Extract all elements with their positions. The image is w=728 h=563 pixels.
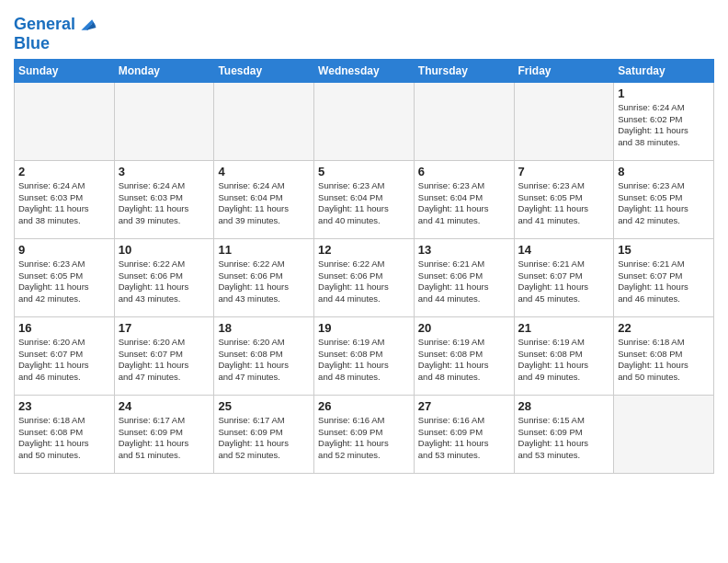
day-cell: 1Sunrise: 6:24 AM Sunset: 6:02 PM Daylig… (614, 82, 714, 160)
weekday-header-friday: Friday (514, 59, 614, 82)
day-cell: 13Sunrise: 6:21 AM Sunset: 6:06 PM Dayli… (414, 238, 514, 316)
day-number: 1 (618, 86, 710, 100)
weekday-header-sunday: Sunday (15, 59, 115, 82)
day-cell: 14Sunrise: 6:21 AM Sunset: 6:07 PM Dayli… (514, 238, 614, 316)
calendar-body: 1Sunrise: 6:24 AM Sunset: 6:02 PM Daylig… (15, 82, 714, 473)
day-info: Sunrise: 6:23 AM Sunset: 6:04 PM Dayligh… (318, 180, 410, 227)
day-number: 6 (418, 165, 510, 178)
day-number: 10 (119, 243, 210, 257)
week-row-1: 2Sunrise: 6:24 AM Sunset: 6:03 PM Daylig… (15, 160, 714, 238)
day-info: Sunrise: 6:22 AM Sunset: 6:06 PM Dayligh… (218, 259, 310, 305)
calendar-table: SundayMondayTuesdayWednesdayThursdayFrid… (14, 59, 714, 474)
day-cell: 12Sunrise: 6:22 AM Sunset: 6:06 PM Dayli… (314, 238, 415, 316)
day-info: Sunrise: 6:16 AM Sunset: 6:09 PM Dayligh… (418, 415, 510, 462)
day-cell: 22Sunrise: 6:18 AM Sunset: 6:08 PM Dayli… (614, 316, 714, 395)
day-info: Sunrise: 6:19 AM Sunset: 6:08 PM Dayligh… (518, 337, 610, 384)
weekday-header-monday: Monday (114, 59, 214, 82)
day-info: Sunrise: 6:21 AM Sunset: 6:07 PM Dayligh… (518, 259, 610, 305)
day-cell: 16Sunrise: 6:20 AM Sunset: 6:07 PM Dayli… (15, 316, 115, 395)
day-number: 25 (218, 399, 310, 413)
day-cell (514, 82, 614, 160)
day-cell: 2Sunrise: 6:24 AM Sunset: 6:03 PM Daylig… (15, 160, 115, 238)
day-info: Sunrise: 6:17 AM Sunset: 6:09 PM Dayligh… (119, 415, 210, 462)
day-number: 14 (518, 243, 610, 257)
day-cell: 10Sunrise: 6:22 AM Sunset: 6:06 PM Dayli… (114, 238, 214, 316)
day-info: Sunrise: 6:24 AM Sunset: 6:02 PM Dayligh… (618, 102, 710, 149)
day-cell: 11Sunrise: 6:22 AM Sunset: 6:06 PM Dayli… (214, 238, 314, 316)
day-number: 16 (18, 321, 110, 335)
day-cell (314, 82, 415, 160)
day-cell (214, 82, 314, 160)
day-cell: 5Sunrise: 6:23 AM Sunset: 6:04 PM Daylig… (314, 160, 415, 238)
day-cell: 6Sunrise: 6:23 AM Sunset: 6:04 PM Daylig… (414, 160, 514, 238)
page: General Blue SundayMondayTuesdayWednesda… (0, 0, 728, 488)
logo-text: General (14, 16, 75, 34)
day-cell: 18Sunrise: 6:20 AM Sunset: 6:08 PM Dayli… (214, 316, 314, 395)
logo-icon (77, 15, 97, 35)
day-info: Sunrise: 6:17 AM Sunset: 6:09 PM Dayligh… (218, 415, 310, 462)
day-info: Sunrise: 6:23 AM Sunset: 6:05 PM Dayligh… (518, 180, 610, 227)
day-info: Sunrise: 6:19 AM Sunset: 6:08 PM Dayligh… (318, 337, 410, 384)
day-cell: 9Sunrise: 6:23 AM Sunset: 6:05 PM Daylig… (15, 238, 115, 316)
day-info: Sunrise: 6:24 AM Sunset: 6:03 PM Dayligh… (119, 180, 210, 227)
logo-text2: Blue (14, 35, 97, 53)
day-info: Sunrise: 6:24 AM Sunset: 6:04 PM Dayligh… (218, 180, 310, 227)
weekday-header-wednesday: Wednesday (314, 59, 415, 82)
day-info: Sunrise: 6:20 AM Sunset: 6:08 PM Dayligh… (218, 337, 310, 384)
day-number: 15 (618, 243, 710, 257)
weekday-row: SundayMondayTuesdayWednesdayThursdayFrid… (15, 59, 714, 82)
day-number: 21 (518, 321, 610, 335)
day-number: 19 (318, 321, 410, 335)
day-cell (614, 395, 714, 473)
week-row-0: 1Sunrise: 6:24 AM Sunset: 6:02 PM Daylig… (15, 82, 714, 160)
day-number: 27 (418, 399, 510, 413)
day-number: 4 (218, 165, 310, 178)
day-number: 20 (418, 321, 510, 335)
day-number: 9 (18, 243, 110, 257)
day-cell: 28Sunrise: 6:15 AM Sunset: 6:09 PM Dayli… (514, 395, 614, 473)
day-info: Sunrise: 6:21 AM Sunset: 6:07 PM Dayligh… (618, 259, 710, 305)
day-cell: 23Sunrise: 6:18 AM Sunset: 6:08 PM Dayli… (15, 395, 115, 473)
day-number: 26 (318, 399, 410, 413)
day-cell: 21Sunrise: 6:19 AM Sunset: 6:08 PM Dayli… (514, 316, 614, 395)
day-info: Sunrise: 6:18 AM Sunset: 6:08 PM Dayligh… (18, 415, 110, 462)
day-cell (414, 82, 514, 160)
day-number: 24 (119, 399, 210, 413)
day-number: 23 (18, 399, 110, 413)
day-number: 8 (618, 165, 710, 178)
day-number: 3 (119, 165, 210, 178)
week-row-2: 9Sunrise: 6:23 AM Sunset: 6:05 PM Daylig… (15, 238, 714, 316)
day-info: Sunrise: 6:15 AM Sunset: 6:09 PM Dayligh… (518, 415, 610, 462)
day-cell: 27Sunrise: 6:16 AM Sunset: 6:09 PM Dayli… (414, 395, 514, 473)
day-cell (114, 82, 214, 160)
week-row-4: 23Sunrise: 6:18 AM Sunset: 6:08 PM Dayli… (15, 395, 714, 473)
day-cell: 4Sunrise: 6:24 AM Sunset: 6:04 PM Daylig… (214, 160, 314, 238)
day-number: 28 (518, 399, 610, 413)
day-cell: 7Sunrise: 6:23 AM Sunset: 6:05 PM Daylig… (514, 160, 614, 238)
day-info: Sunrise: 6:21 AM Sunset: 6:06 PM Dayligh… (418, 259, 510, 305)
day-info: Sunrise: 6:23 AM Sunset: 6:05 PM Dayligh… (18, 259, 110, 305)
day-number: 7 (518, 165, 610, 178)
weekday-header-thursday: Thursday (414, 59, 514, 82)
day-number: 18 (218, 321, 310, 335)
week-row-3: 16Sunrise: 6:20 AM Sunset: 6:07 PM Dayli… (15, 316, 714, 395)
day-number: 13 (418, 243, 510, 257)
day-info: Sunrise: 6:16 AM Sunset: 6:09 PM Dayligh… (318, 415, 410, 462)
day-cell: 25Sunrise: 6:17 AM Sunset: 6:09 PM Dayli… (214, 395, 314, 473)
day-cell: 20Sunrise: 6:19 AM Sunset: 6:08 PM Dayli… (414, 316, 514, 395)
day-info: Sunrise: 6:22 AM Sunset: 6:06 PM Dayligh… (119, 259, 210, 305)
day-info: Sunrise: 6:18 AM Sunset: 6:08 PM Dayligh… (618, 337, 710, 384)
day-number: 5 (318, 165, 410, 178)
day-cell: 3Sunrise: 6:24 AM Sunset: 6:03 PM Daylig… (114, 160, 214, 238)
day-cell: 15Sunrise: 6:21 AM Sunset: 6:07 PM Dayli… (614, 238, 714, 316)
calendar-header: SundayMondayTuesdayWednesdayThursdayFrid… (15, 59, 714, 82)
day-info: Sunrise: 6:22 AM Sunset: 6:06 PM Dayligh… (318, 259, 410, 305)
day-number: 22 (618, 321, 710, 335)
day-cell: 24Sunrise: 6:17 AM Sunset: 6:09 PM Dayli… (114, 395, 214, 473)
logo: General Blue (14, 15, 97, 53)
day-info: Sunrise: 6:20 AM Sunset: 6:07 PM Dayligh… (18, 337, 110, 384)
day-cell: 26Sunrise: 6:16 AM Sunset: 6:09 PM Dayli… (314, 395, 415, 473)
day-info: Sunrise: 6:24 AM Sunset: 6:03 PM Dayligh… (18, 180, 110, 227)
day-cell: 17Sunrise: 6:20 AM Sunset: 6:07 PM Dayli… (114, 316, 214, 395)
day-cell: 19Sunrise: 6:19 AM Sunset: 6:08 PM Dayli… (314, 316, 415, 395)
